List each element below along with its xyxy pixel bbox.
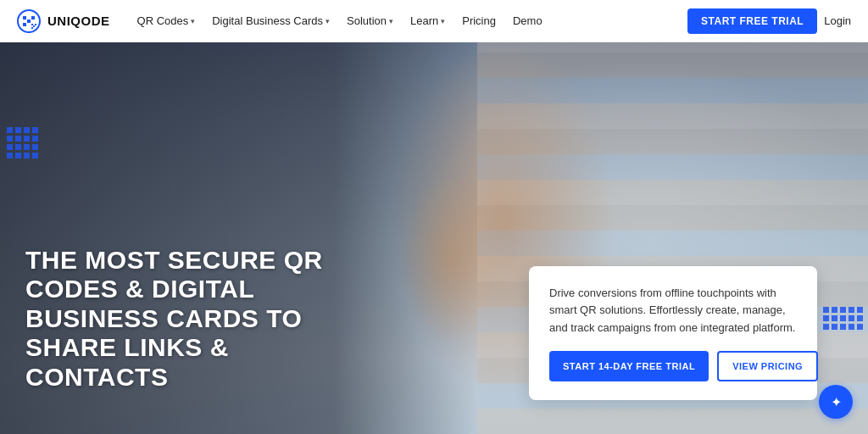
navbar: UNIQODE QR Codes ▾ Digital Business Card… [0,0,868,42]
nav-item-learn[interactable]: Learn ▾ [403,9,452,32]
svg-rect-4 [35,24,36,25]
fab-icon: ✦ [831,394,842,410]
chevron-down-icon: ▾ [326,17,330,25]
deco-right [823,307,861,341]
svg-rect-2 [33,25,35,27]
start-trial-button[interactable]: START FREE TRIAL [687,8,817,34]
nav-item-pricing[interactable]: Pricing [455,9,503,32]
start-14day-trial-button[interactable]: START 14-DAY FREE TRIAL [549,351,709,381]
view-pricing-button[interactable]: VIEW PRICING [717,351,818,381]
chevron-down-icon: ▾ [191,17,195,25]
nav-item-solution[interactable]: Solution ▾ [340,9,400,32]
deco-left [7,127,41,170]
login-button[interactable]: Login [824,14,851,27]
hero-heading: THE MOST SECURE QR CODES & DIGITAL BUSIN… [25,246,348,392]
svg-rect-1 [31,24,33,25]
nav-item-digital-business-cards[interactable]: Digital Business Cards ▾ [205,9,337,32]
fab-button[interactable]: ✦ [819,385,853,419]
logo-icon [17,9,41,33]
dot-grid-right [823,307,861,330]
logo-text: UNIQODE [47,14,110,28]
hero-card-buttons: START 14-DAY FREE TRIAL VIEW PRICING [549,351,797,381]
nav-item-demo[interactable]: Demo [506,9,549,32]
svg-rect-3 [31,27,33,29]
dot-grid-left [7,127,41,159]
nav-right: START FREE TRIAL Login [687,8,851,34]
hero-card-text: Drive conversions from offline touchpoin… [549,285,797,337]
hero-section: THE MOST SECURE QR CODES & DIGITAL BUSIN… [0,42,868,434]
nav-item-qr-codes[interactable]: QR Codes ▾ [131,9,203,32]
hero-text-block: THE MOST SECURE QR CODES & DIGITAL BUSIN… [25,246,348,392]
nav-items: QR Codes ▾ Digital Business Cards ▾ Solu… [131,9,688,32]
chevron-down-icon: ▾ [441,17,445,25]
chevron-down-icon: ▾ [389,17,393,25]
hero-card: Drive conversions from offline touchpoin… [529,266,817,400]
logo[interactable]: UNIQODE [17,9,110,33]
